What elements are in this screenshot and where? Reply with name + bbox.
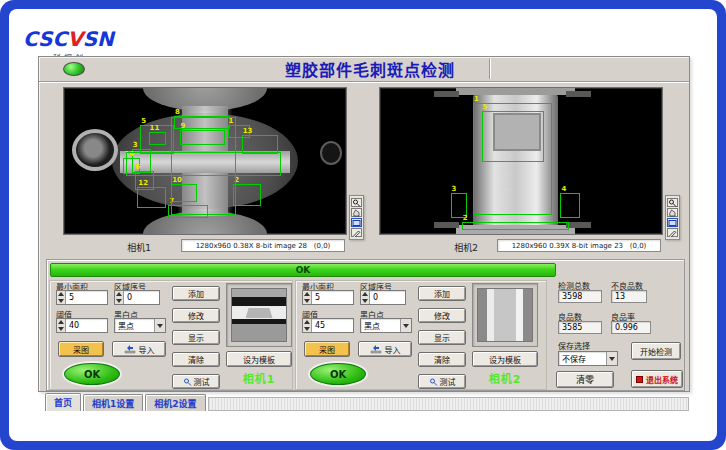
action-buttons: 添加 修改 显示 清除 测试 — [172, 286, 220, 396]
pencil-tool-icon[interactable] — [351, 228, 362, 237]
camera2-tag: 相机2 — [472, 370, 538, 386]
brand-v: V — [67, 27, 82, 51]
pencil-tool-icon[interactable] — [667, 228, 678, 237]
black-white-dropdown[interactable]: 黑点 — [360, 318, 412, 333]
roi-number: 2 — [463, 214, 468, 222]
import-button[interactable]: 导入 — [112, 341, 166, 357]
roi-box: 13 — [242, 135, 279, 154]
region-index-value[interactable]: 0 — [124, 291, 159, 304]
yield-rate-value: 0.996 — [611, 321, 651, 334]
region-index-stepper[interactable]: 0 — [360, 290, 406, 305]
threshold-value[interactable]: 40 — [66, 319, 107, 332]
import-button[interactable]: 导入 — [358, 341, 412, 357]
page-title: 塑胶部件毛刺斑点检测 — [254, 58, 486, 80]
magnifier-icon — [429, 378, 438, 386]
save-option-dropdown[interactable]: 不保存 — [558, 351, 618, 366]
region-index-value[interactable]: 0 — [370, 291, 405, 304]
roi-box — [171, 117, 236, 215]
start-detection-button[interactable]: 开始检测 — [631, 342, 681, 360]
save-option-label: 保存选择 — [558, 340, 590, 351]
ok-button[interactable]: OK — [310, 363, 366, 385]
status-led-icon — [63, 62, 85, 76]
brand-text-2: SN — [83, 27, 114, 51]
camera1-settings-group: 最小面积 5 区域序号 0 阈值 40 黑白点 — [49, 280, 293, 390]
title-bar: 塑胶部件毛刺斑点检测 — [39, 57, 689, 82]
image-tool-palette-1 — [349, 195, 364, 240]
zoom-tool-icon[interactable] — [667, 198, 678, 207]
tab-home[interactable]: 首页 — [45, 393, 81, 411]
chevron-down-icon[interactable] — [606, 352, 617, 365]
rectangle-tool-icon[interactable] — [667, 218, 678, 227]
test-button[interactable]: 测试 — [418, 374, 466, 389]
threshold-stepper[interactable]: 40 — [56, 318, 108, 333]
good-count-value: 3585 — [558, 321, 602, 334]
stepper-arrows-icon[interactable] — [57, 291, 66, 304]
modify-button[interactable]: 修改 — [418, 308, 466, 323]
cam-image-1[interactable]: 891135113146121027 — [63, 87, 347, 235]
window-frame: CSCVSN 科视创 塑胶部件毛刺斑点检测 891135113146121027 — [0, 0, 726, 450]
roi-number: 3 — [452, 185, 457, 193]
stepper-arrows-icon[interactable] — [115, 291, 124, 304]
camera2-status: 1280x960 0.39X 8-bit image 23 (0,0) — [497, 239, 661, 252]
ng-count-value: 13 — [611, 290, 647, 303]
roi-number: 4 — [561, 185, 566, 193]
add-button[interactable]: 添加 — [418, 286, 466, 301]
threshold-stepper[interactable]: 45 — [302, 318, 354, 333]
brand-text: CSC — [23, 27, 67, 51]
show-button[interactable]: 显示 — [172, 330, 220, 345]
roi-box: 11 — [149, 132, 166, 145]
roi-number: 3 — [133, 141, 138, 149]
set-template-button[interactable]: 设为模板 — [226, 351, 292, 367]
camera2-settings-group: 最小面积 5 区域序号 0 阈值 45 黑白点 — [295, 280, 547, 390]
region-index-stepper[interactable]: 0 — [114, 290, 160, 305]
min-area-value[interactable]: 5 — [312, 291, 353, 304]
roi-number: 5 — [483, 103, 488, 111]
chevron-down-icon[interactable] — [400, 319, 411, 332]
roi-box: 2 — [233, 184, 261, 206]
show-button[interactable]: 显示 — [418, 330, 466, 345]
clear-button[interactable]: 清除 — [172, 352, 220, 367]
roi-layer: 15342 — [380, 88, 662, 234]
set-template-button[interactable]: 设为模板 — [472, 351, 538, 367]
threshold-value[interactable]: 45 — [312, 319, 353, 332]
tabstrip-filler — [208, 397, 689, 411]
test-label: 测试 — [194, 376, 210, 387]
zoom-tool-icon[interactable] — [351, 198, 362, 207]
modify-button[interactable]: 修改 — [172, 308, 220, 323]
stepper-arrows-icon[interactable] — [303, 291, 312, 304]
black-white-dropdown[interactable]: 黑点 — [114, 318, 166, 333]
capture-button[interactable]: 采图 — [304, 341, 350, 357]
tab-camera1-settings[interactable]: 相机1设置 — [83, 394, 143, 411]
add-button[interactable]: 添加 — [172, 286, 220, 301]
save-option-value: 不保存 — [559, 352, 606, 365]
stepper-arrows-icon[interactable] — [57, 319, 66, 332]
clear-button[interactable]: 清除 — [418, 352, 466, 367]
ok-button[interactable]: OK — [64, 363, 120, 385]
main-panel: 塑胶部件毛刺斑点检测 891135113146121027 PPK — [38, 56, 690, 392]
cam-image-2[interactable]: PPK 15342 — [379, 87, 663, 235]
tab-camera2-settings[interactable]: 相机2设置 — [145, 394, 205, 411]
title-divider — [489, 59, 490, 79]
exit-system-button[interactable]: 退出系统 — [631, 370, 683, 388]
black-white-value: 黑点 — [361, 319, 400, 332]
roi-number: 8 — [175, 108, 180, 116]
min-area-stepper[interactable]: 5 — [302, 290, 354, 305]
min-area-value[interactable]: 5 — [66, 291, 107, 304]
test-button[interactable]: 测试 — [172, 374, 220, 389]
rectangle-tool-icon[interactable] — [351, 218, 362, 227]
stepper-arrows-icon[interactable] — [303, 319, 312, 332]
reset-counters-button[interactable]: 清零 — [556, 371, 614, 388]
min-area-stepper[interactable]: 5 — [56, 290, 108, 305]
action-buttons: 添加 修改 显示 清除 测试 — [418, 286, 466, 396]
window-body: CSCVSN 科视创 塑胶部件毛刺斑点检测 891135113146121027 — [9, 9, 717, 441]
chevron-down-icon[interactable] — [154, 319, 165, 332]
pan-tool-icon[interactable] — [351, 208, 362, 217]
result-ok-bar: OK — [50, 263, 556, 277]
import-icon — [124, 344, 136, 354]
roi-number: 13 — [243, 127, 253, 135]
statistics-panel: 检测总数 3598 不良品数 13 良品数 3585 良品率 0.996 保存选… — [549, 278, 684, 390]
pan-tool-icon[interactable] — [667, 208, 678, 217]
roi-number: 1 — [474, 95, 479, 103]
stepper-arrows-icon[interactable] — [361, 291, 370, 304]
capture-button[interactable]: 采图 — [58, 341, 104, 357]
